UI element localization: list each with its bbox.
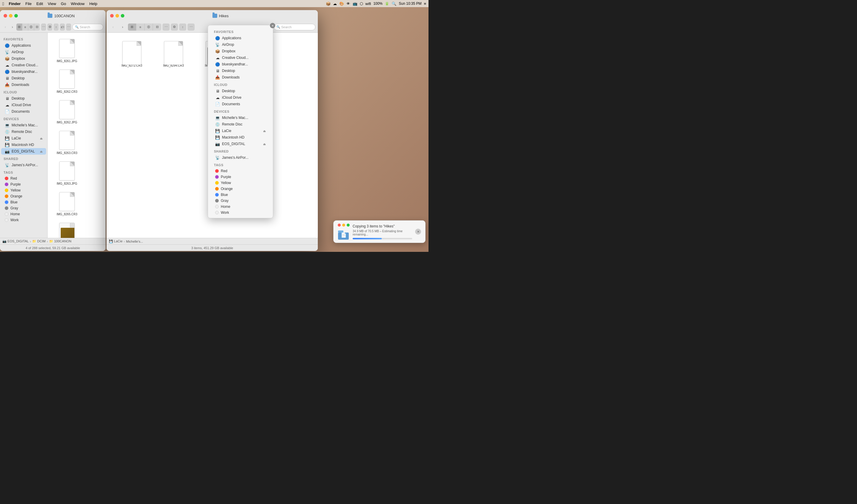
popup-item-downloads[interactable]: 📥 Downloads [212, 74, 269, 81]
close-button[interactable] [3, 14, 7, 18]
popup-tag-work[interactable]: Work [212, 210, 269, 215]
right-gallery-view-btn[interactable]: ⊟ [153, 23, 161, 31]
sidebar-tag-red[interactable]: Red [1, 175, 46, 181]
right-file-item[interactable]: IMG_8272.CR3 [116, 41, 148, 69]
right-share-btn[interactable]: ↑ [179, 23, 186, 31]
sidebar-tag-orange[interactable]: Orange [1, 193, 46, 199]
copy-close-button[interactable]: ✕ [415, 229, 421, 234]
more-btn[interactable]: ⋯ [66, 23, 71, 31]
sidebar-item-desktop[interactable]: 🖥 Desktop [1, 75, 46, 82]
eos-digital-breadcrumb[interactable]: 📷 EOS_DIGITAL [2, 239, 29, 243]
file-item[interactable]: IMG_8262.CR3 [52, 68, 82, 95]
popup-tag-yellow[interactable]: Yellow [212, 180, 269, 186]
right-column-view-btn[interactable]: ⦿ [145, 23, 153, 31]
file-menu[interactable]: File [25, 1, 32, 6]
sidebar-tag-yellow[interactable]: Yellow [1, 187, 46, 193]
finder-menu[interactable]: Finder [9, 1, 20, 6]
sidebar-item-downloads[interactable]: 📥 Downloads [1, 82, 46, 88]
sidebar-item-lacie[interactable]: 💾 LaCie ⏏ [1, 135, 46, 141]
popup-item-lacie[interactable]: 💾 LaCie ⏏ [212, 127, 269, 134]
popup-item-macintosh-hd[interactable]: 💾 Macintosh HD [212, 134, 269, 141]
right-arrange-btn[interactable]: ⋯ [163, 23, 170, 31]
popup-item-dropbox[interactable]: 📦 Dropbox [212, 48, 269, 54]
popup-item-eos-digital[interactable]: 📷 EOS_DIGITAL ⏏ [212, 141, 269, 147]
popup-item-icloud-drive[interactable]: ☁ iCloud Drive [212, 94, 269, 101]
back-button[interactable]: ‹ [2, 23, 8, 31]
action-btn[interactable]: ⚙ [47, 23, 52, 31]
sidebar-tag-gray[interactable]: Gray [1, 205, 46, 211]
sidebar-item-remote-disc[interactable]: 💿 Remote Disc [1, 128, 46, 135]
popup-item-michelles-mac[interactable]: 💻 Michelle's Mac... [212, 115, 269, 121]
list-view-btn[interactable]: ≡ [22, 23, 28, 31]
search-icon[interactable]: 🔍 [392, 1, 397, 6]
file-item[interactable]: IMG_8265.JPG [52, 221, 82, 238]
sidebar-item-james-airport[interactable]: 📡 James's AirPor... [1, 162, 46, 168]
sidebar-item-bluesky[interactable]: 🔵 blueskyandhar... [1, 68, 46, 75]
file-item[interactable]: IMG_8262.JPG [52, 99, 82, 126]
popup-eos-eject[interactable]: ⏏ [263, 142, 266, 146]
right-maximize-button[interactable] [121, 14, 124, 18]
popup-item-icloud-desktop[interactable]: 🖥 Desktop [212, 88, 269, 94]
popup-item-applications[interactable]: 🔵 Applications [212, 35, 269, 41]
control-center[interactable]: ≡ [424, 1, 426, 6]
sidebar-item-eos-digital[interactable]: 📷 EOS_DIGITAL ⏏ [1, 148, 46, 155]
maximize-button[interactable] [14, 14, 18, 18]
window-menu[interactable]: Window [71, 1, 84, 6]
right-minimize-button[interactable] [116, 14, 119, 18]
help-menu[interactable]: Help [89, 1, 97, 6]
right-action-btn[interactable]: ⚙ [171, 23, 178, 31]
popup-tag-purple[interactable]: Purple [212, 174, 269, 180]
search-box[interactable]: 🔍 Search [72, 24, 103, 30]
sidebar-item-icloud-drive[interactable]: ☁ iCloud Drive [1, 102, 46, 108]
right-forward-button[interactable]: › [118, 23, 127, 31]
popup-item-desktop[interactable]: 🖥 Desktop [212, 68, 269, 74]
popup-item-remote-disc[interactable]: 💿 Remote Disc [212, 121, 269, 127]
minimize-button[interactable] [9, 14, 13, 18]
sidebar-tag-purple[interactable]: Purple [1, 181, 46, 187]
column-view-btn[interactable]: ⦿ [28, 23, 34, 31]
file-item[interactable]: IMG_8265.CR3 [52, 190, 82, 218]
sidebar-tag-home[interactable]: Home [1, 211, 46, 217]
go-menu[interactable]: Go [61, 1, 66, 6]
sidebar-tag-work[interactable]: Work [1, 217, 46, 223]
michelles-breadcrumb[interactable]: Michelle's... [126, 240, 143, 243]
copy-tl-min[interactable] [342, 224, 345, 227]
sidebar-item-applications[interactable]: 🔵 Applications [1, 42, 46, 49]
sidebar-item-icloud-desktop[interactable]: 🖥 Desktop [1, 95, 46, 102]
eos-eject-button[interactable]: ⏏ [40, 150, 43, 153]
popup-item-creative-cloud[interactable]: ☁ Creative Cloud... [212, 54, 269, 61]
sidebar-item-macintosh-hd[interactable]: 💾 Macintosh HD [1, 141, 46, 148]
sidebar-item-dropbox[interactable]: 📦 Dropbox [1, 55, 46, 62]
popup-lacie-eject[interactable]: ⏏ [263, 129, 266, 133]
100canon-breadcrumb[interactable]: 📁 100CANON [49, 239, 71, 243]
right-close-button[interactable] [110, 14, 114, 18]
right-more-btn[interactable]: ⋯ [187, 23, 195, 31]
tag-btn[interactable]: 🏷 [60, 23, 65, 31]
sidebar-item-documents[interactable]: 📄 Documents [1, 108, 46, 115]
copy-tl-max[interactable] [347, 224, 350, 227]
popup-tag-gray[interactable]: Gray [212, 198, 269, 204]
lacie-eject-button[interactable]: ⏏ [40, 137, 43, 140]
popup-item-james[interactable]: 📡 James's AirPor... [212, 154, 269, 161]
popup-item-bluesky[interactable]: 🔵 blueskyandhar... [212, 61, 269, 68]
popup-tag-home[interactable]: Home [212, 204, 269, 210]
popup-tag-orange[interactable]: Orange [212, 186, 269, 192]
dcim-breadcrumb[interactable]: 📁 DCIM [32, 239, 46, 243]
popup-tag-red[interactable]: Red [212, 168, 269, 174]
right-list-view-btn[interactable]: ≡ [136, 23, 145, 31]
right-back-button[interactable]: ‹ [109, 23, 117, 31]
lacie-breadcrumb[interactable]: 💾 LaCie [109, 239, 122, 243]
icon-view-btn[interactable]: ⊞ [16, 23, 22, 31]
apple-menu[interactable]:  [2, 1, 4, 6]
view-menu[interactable]: View [48, 1, 56, 6]
sidebar-item-creative-cloud[interactable]: ☁ Creative Cloud... [1, 62, 46, 68]
file-item[interactable]: IMG_8261.JPG [52, 37, 82, 65]
arrange-btn[interactable]: ⋯ [41, 23, 46, 31]
right-icon-view-btn[interactable]: ⊞ [128, 23, 136, 31]
file-item[interactable]: IMG_8263.JPG [52, 160, 82, 187]
copy-tl-close[interactable] [338, 224, 341, 227]
popup-tag-blue[interactable]: Blue [212, 192, 269, 198]
sidebar-item-airdrop[interactable]: 📡 AirDrop [1, 49, 46, 55]
forward-button[interactable]: › [10, 23, 16, 31]
right-search-box[interactable]: 🔍 Search [274, 24, 316, 30]
